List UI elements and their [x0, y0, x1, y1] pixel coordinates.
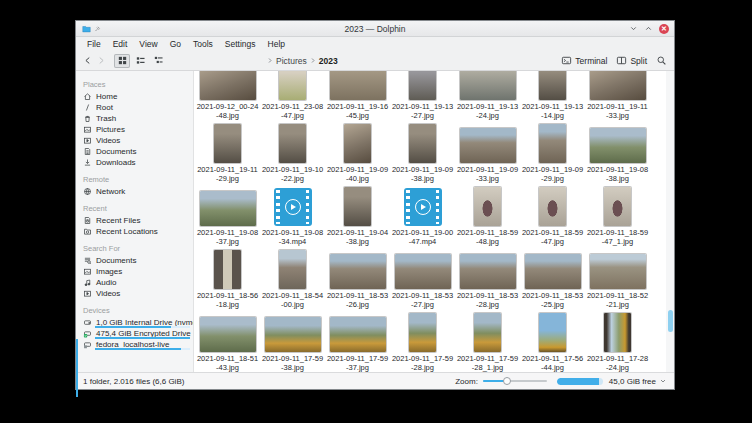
image-file-item[interactable]: 2021-09-11_19-09-38.jpg — [390, 121, 455, 184]
search-icon[interactable] — [656, 55, 667, 66]
image-file-item[interactable]: 2021-09-11_18-53-27.jpg — [390, 247, 455, 310]
sidebar-item-videos[interactable]: Videos — [76, 288, 193, 299]
zoom-slider-handle[interactable] — [503, 377, 511, 385]
menu-tools[interactable]: Tools — [187, 39, 219, 49]
image-file-item[interactable]: 2021-09-11_19-16-45.jpg — [325, 71, 390, 121]
places-panel-scrollbar[interactable] — [76, 339, 78, 397]
split-icon — [616, 55, 627, 66]
image-file-item[interactable]: 2021-09-11_17-59-28.jpg — [390, 310, 455, 372]
image-file-item[interactable]: 2021-09-11_19-13-24.jpg — [455, 71, 520, 121]
image-file-item[interactable]: 2021-09-11_18-54-00.jpg — [260, 247, 325, 310]
sidebar-item-recent-files[interactable]: Recent Files — [76, 215, 193, 226]
folder-view[interactable]: 2021-09-12_00-24-48.jpg2021-09-11_23-08-… — [194, 71, 674, 372]
image-file-item[interactable]: 2021-09-11_18-59-48.jpg — [455, 184, 520, 247]
terminal-button[interactable]: Terminal — [561, 55, 607, 66]
minimize-button[interactable] — [629, 24, 638, 33]
sidebar-item-documents[interactable]: Documents — [76, 255, 193, 266]
sidebar-item-pictures[interactable]: Pictures — [76, 124, 193, 135]
image-file-item[interactable]: 2021-09-11_18-59-47_1.jpg — [585, 184, 650, 247]
sidebar-item-videos[interactable]: Videos — [76, 135, 193, 146]
image-file-item[interactable]: 2021-09-11_18-53-26.jpg — [325, 247, 390, 310]
image-file-item[interactable]: 2021-09-11_18-56-18.jpg — [195, 247, 260, 310]
file-name: 2021-09-11_19-13-24.jpg — [456, 102, 519, 120]
sidebar-item-label: Network — [96, 187, 125, 196]
section-title-places: Places — [83, 80, 193, 89]
image-file-item[interactable]: 2021-09-11_18-53-25.jpg — [520, 247, 585, 310]
zoom-slider[interactable] — [483, 376, 547, 386]
menu-settings[interactable]: Settings — [219, 39, 262, 49]
image-file-item[interactable]: 2021-09-11_17-59-38.jpg — [260, 310, 325, 372]
icons-view-button[interactable] — [114, 54, 130, 68]
sidebar-item-recent-locations[interactable]: Recent Locations — [76, 226, 193, 237]
image-file-item[interactable]: 2021-09-11_19-11-33.jpg — [585, 71, 650, 121]
image-file-item[interactable]: 2021-09-11_19-08-37.jpg — [195, 184, 260, 247]
menu-go[interactable]: Go — [164, 39, 187, 49]
menu-file[interactable]: File — [81, 39, 107, 49]
menu-help[interactable]: Help — [262, 39, 291, 49]
image-file-item[interactable]: 2021-09-11_23-08-47.jpg — [260, 71, 325, 121]
image-file-item[interactable]: 2021-09-11_18-53-28.jpg — [455, 247, 520, 310]
usb-drive-icon — [83, 340, 92, 349]
image-file-item[interactable]: 2021-09-11_17-56-44.jpg — [520, 310, 585, 372]
image-file-item[interactable]: 2021-09-11_19-13-14.jpg — [520, 71, 585, 121]
image-file-item[interactable]: 2021-09-12_00-24-48.jpg — [195, 71, 260, 121]
sidebar-item-home[interactable]: Home — [76, 91, 193, 102]
back-button[interactable] — [83, 55, 93, 66]
image-file-item[interactable]: 2021-09-11_17-59-37.jpg — [325, 310, 390, 372]
chevron-down-icon[interactable] — [659, 377, 667, 385]
compact-view-button[interactable] — [132, 54, 148, 68]
image-file-item[interactable]: 2021-09-11_18-59-47.jpg — [520, 184, 585, 247]
photo-thumbnail — [590, 71, 646, 100]
split-label: Split — [630, 56, 647, 66]
photo-thumbnail — [604, 313, 631, 352]
video-file-item[interactable]: 2021-09-11_19-00-47.mp4 — [390, 184, 455, 247]
vertical-scrollbar-track[interactable] — [666, 71, 674, 372]
statusbar: 1 folder, 2.016 files (6,6 GiB) Zoom: 45… — [76, 372, 674, 389]
video-file-item[interactable]: 2021-09-11_19-08-34.mp4 — [260, 184, 325, 247]
desktop: 2023 — Dolphin ✕ FileEditViewGoToolsSett… — [0, 0, 752, 423]
photo-thumbnail — [344, 124, 371, 163]
image-file-item[interactable]: 2021-09-11_19-11-29.jpg — [195, 121, 260, 184]
sidebar-item-images[interactable]: Images — [76, 266, 193, 277]
terminal-label: Terminal — [575, 56, 607, 66]
sidebar-item-fedora-localhost-live[interactable]: fedora_localhost-live — [76, 339, 193, 350]
vertical-scrollbar-thumb[interactable] — [668, 310, 673, 332]
file-name: 2021-09-11_18-59-48.jpg — [456, 228, 519, 246]
forward-button[interactable] — [96, 55, 106, 66]
breadcrumb-2023[interactable]: 2023 — [319, 56, 338, 66]
image-file-item[interactable]: 2021-09-11_19-13-27.jpg — [390, 71, 455, 121]
split-button[interactable]: Split — [616, 55, 647, 66]
sidebar-item-network[interactable]: Network — [76, 186, 193, 197]
image-file-item[interactable]: 2021-09-11_19-08-38.jpg — [585, 121, 650, 184]
image-file-item[interactable]: 2021-09-11_17-28-24.jpg — [585, 310, 650, 372]
maximize-button[interactable] — [644, 24, 653, 33]
image-file-item[interactable]: 2021-09-11_19-09-29.jpg — [520, 121, 585, 184]
file-grid: 2021-09-12_00-24-48.jpg2021-09-11_23-08-… — [195, 71, 650, 372]
details-view-button[interactable] — [150, 54, 166, 68]
file-name: 2021-09-11_19-09-38.jpg — [391, 165, 454, 183]
photo-thumbnail — [279, 71, 306, 100]
photo-thumbnail — [214, 124, 241, 163]
file-name: 2021-09-11_19-09-33.jpg — [456, 165, 519, 183]
sidebar-item-475-4-gib-encrypted-drive[interactable]: 475,4 GiB Encrypted Drive — [76, 328, 193, 339]
image-file-item[interactable]: 2021-09-11_18-52-21.jpg — [585, 247, 650, 310]
image-file-item[interactable]: 2021-09-11_19-10-22.jpg — [260, 121, 325, 184]
sidebar-item-1-0-gib-internal-drive-nvme0n-[interactable]: 1,0 GiB Internal Drive (nvme0n… — [76, 317, 193, 328]
photo-thumbnail — [539, 124, 566, 163]
sidebar-item-documents[interactable]: Documents — [76, 146, 193, 157]
image-file-item[interactable]: 2021-09-11_19-09-40.jpg — [325, 121, 390, 184]
image-file-item[interactable]: 2021-09-11_17-59-28_1.jpg — [455, 310, 520, 372]
sidebar-item-audio[interactable]: Audio — [76, 277, 193, 288]
breadcrumb-pictures[interactable]: Pictures — [276, 56, 307, 66]
image-file-item[interactable]: 2021-09-11_19-04-38.jpg — [325, 184, 390, 247]
sidebar-item-downloads[interactable]: Downloads — [76, 157, 193, 168]
menu-view[interactable]: View — [133, 39, 163, 49]
photo-thumbnail — [409, 71, 436, 100]
titlebar[interactable]: 2023 — Dolphin ✕ — [76, 21, 674, 37]
close-button[interactable]: ✕ — [659, 24, 669, 34]
sidebar-item-root[interactable]: Root — [76, 102, 193, 113]
image-file-item[interactable]: 2021-09-11_18-51-43.jpg — [195, 310, 260, 372]
menu-edit[interactable]: Edit — [107, 39, 134, 49]
image-file-item[interactable]: 2021-09-11_19-09-33.jpg — [455, 121, 520, 184]
sidebar-item-trash[interactable]: Trash — [76, 113, 193, 124]
